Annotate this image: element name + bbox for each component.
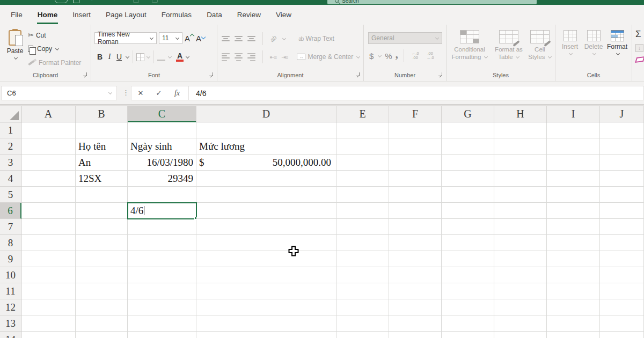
search-box[interactable]: Search xyxy=(327,0,537,4)
cell-G2[interactable] xyxy=(442,138,494,155)
cell-A2[interactable] xyxy=(21,138,76,155)
row-header-12[interactable]: 12 xyxy=(0,299,21,315)
cell-G3[interactable] xyxy=(442,155,494,171)
cell-D5[interactable] xyxy=(196,187,336,203)
cell-E12[interactable] xyxy=(336,299,389,315)
cell-G11[interactable] xyxy=(442,283,494,299)
formula-bar-grip[interactable]: ⋮ xyxy=(122,89,129,97)
cell-G5[interactable] xyxy=(442,187,494,203)
cell-B14[interactable] xyxy=(76,332,128,338)
paste-button[interactable]: Paste xyxy=(3,29,27,76)
cell-C2[interactable]: Ngày sinh xyxy=(128,138,196,155)
cell-E11[interactable] xyxy=(336,283,389,299)
cell-D3[interactable]: $50,000,000.00 xyxy=(196,155,336,171)
cell-J10[interactable] xyxy=(600,267,644,283)
cell-C6[interactable]: 4/6 xyxy=(128,203,196,219)
cell-B4[interactable]: 12SX xyxy=(76,171,128,187)
cell-E4[interactable] xyxy=(336,171,389,187)
cell-I11[interactable] xyxy=(547,283,600,299)
cell-E3[interactable] xyxy=(336,155,389,171)
cell-J11[interactable] xyxy=(600,283,644,299)
merge-center-button[interactable]: ↔ Merge & Center xyxy=(297,53,360,61)
cell-B7[interactable] xyxy=(76,219,128,235)
column-header-D[interactable]: D xyxy=(196,106,336,122)
align-top-button[interactable] xyxy=(222,36,230,41)
column-header-J[interactable]: J xyxy=(600,106,644,122)
decrease-indent-button[interactable]: ⇤≡ xyxy=(270,54,276,60)
cell-G14[interactable] xyxy=(442,332,494,338)
cell-H14[interactable] xyxy=(494,332,547,338)
cell-E13[interactable] xyxy=(336,315,389,332)
cell-I1[interactable] xyxy=(547,122,600,138)
cell-H8[interactable] xyxy=(494,235,547,251)
undo-icon[interactable]: ↶ xyxy=(90,0,96,3)
save-icon[interactable] xyxy=(73,0,79,3)
cell-D13[interactable] xyxy=(196,315,336,332)
cell-J2[interactable] xyxy=(600,138,644,155)
align-left-button[interactable] xyxy=(222,53,230,61)
cell-B13[interactable] xyxy=(76,315,128,332)
grow-font-button[interactable]: A xyxy=(185,34,194,43)
cell-E10[interactable] xyxy=(336,267,389,283)
cell-J1[interactable] xyxy=(600,122,644,138)
increase-decimal-button[interactable]: ←.0 .00 xyxy=(409,52,421,60)
underline-button[interactable]: U xyxy=(115,53,123,61)
fill-handle[interactable] xyxy=(194,217,197,219)
cell-F14[interactable] xyxy=(389,332,442,338)
row-header-14[interactable]: 14 xyxy=(0,332,21,338)
cell-C12[interactable] xyxy=(128,299,196,315)
align-middle-button[interactable] xyxy=(235,36,243,41)
cell-H7[interactable] xyxy=(494,219,547,235)
cell-I8[interactable] xyxy=(547,235,600,251)
quick-access-icon[interactable] xyxy=(133,0,139,3)
cell-E7[interactable] xyxy=(336,219,389,235)
cell-D8[interactable] xyxy=(196,235,336,251)
row-header-1[interactable]: 1 xyxy=(0,122,21,138)
column-header-H[interactable]: H xyxy=(494,106,547,122)
clear-eraser-icon[interactable] xyxy=(635,56,644,63)
cell-C7[interactable] xyxy=(128,219,196,235)
clipboard-dialog-launcher-icon[interactable] xyxy=(83,72,88,77)
align-bottom-button[interactable] xyxy=(247,36,255,41)
cell-G9[interactable] xyxy=(442,251,494,267)
cell-C5[interactable] xyxy=(128,187,196,203)
cell-H3[interactable] xyxy=(494,155,547,171)
cell-A8[interactable] xyxy=(21,235,76,251)
tab-insert[interactable]: Insert xyxy=(65,5,98,25)
cell-C13[interactable] xyxy=(128,315,196,332)
cell-I5[interactable] xyxy=(547,187,600,203)
number-format-select[interactable]: General xyxy=(368,32,442,44)
row-header-2[interactable]: 2 xyxy=(0,138,21,155)
cell-A9[interactable] xyxy=(21,251,76,267)
cell-D11[interactable] xyxy=(196,283,336,299)
cancel-button[interactable]: ✕ xyxy=(131,89,150,97)
row-header-6[interactable]: 6 xyxy=(0,203,21,219)
cell-F11[interactable] xyxy=(389,283,442,299)
cell-H6[interactable] xyxy=(494,203,547,219)
cell-C14[interactable] xyxy=(128,332,196,338)
cell-D10[interactable] xyxy=(196,267,336,283)
cell-A4[interactable] xyxy=(21,171,76,187)
cell-C4[interactable]: 29349 xyxy=(128,171,196,187)
align-right-button[interactable] xyxy=(247,53,255,61)
row-header-8[interactable]: 8 xyxy=(0,235,21,251)
cell-A11[interactable] xyxy=(21,283,76,299)
bold-button[interactable]: B xyxy=(96,53,104,61)
percent-style-button[interactable]: % xyxy=(385,52,392,61)
wrap-text-button[interactable]: ab Wrap Text xyxy=(298,35,334,42)
autosave-toggle[interactable] xyxy=(55,0,68,3)
cell-H5[interactable] xyxy=(494,187,547,203)
cell-I10[interactable] xyxy=(547,267,600,283)
insert-function-button[interactable]: fx xyxy=(168,89,186,98)
formula-input[interactable]: 4/6 xyxy=(189,89,206,98)
cell-C9[interactable] xyxy=(128,251,196,267)
cell-H2[interactable] xyxy=(494,138,547,155)
cell-C11[interactable] xyxy=(128,283,196,299)
row-header-7[interactable]: 7 xyxy=(0,219,21,235)
cell-J5[interactable] xyxy=(600,187,644,203)
font-color-button[interactable]: A xyxy=(176,53,184,62)
font-name-select[interactable]: Times New Roman xyxy=(94,32,157,44)
cell-A14[interactable] xyxy=(21,332,76,338)
cell-G7[interactable] xyxy=(442,219,494,235)
cell-H12[interactable] xyxy=(494,299,547,315)
